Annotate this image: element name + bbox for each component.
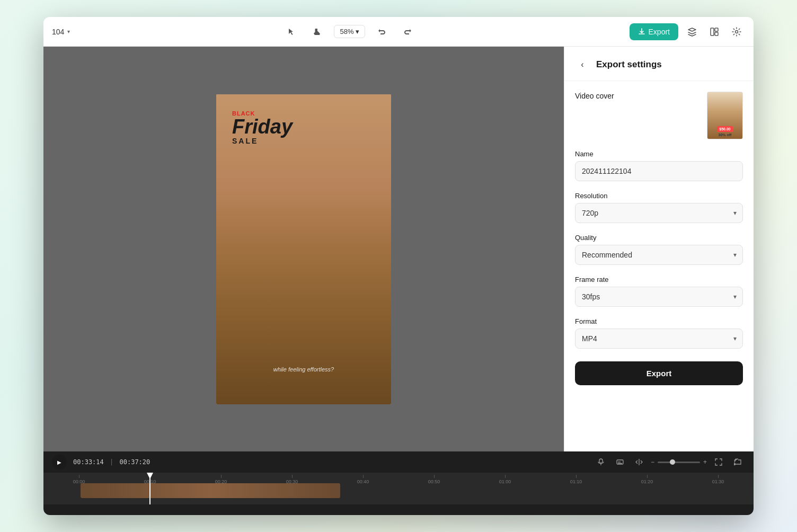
select-tool-button[interactable] [283,23,300,40]
toolbar-center: 58% ▾ [76,23,623,40]
video-cover-section: Video cover $50.00 30% off [575,92,743,139]
main-area: BLACK Friday SALE while feeling effortle… [43,47,754,451]
mic-button[interactable] [594,455,608,469]
playhead [149,473,150,504]
name-field-group: Name [575,150,743,181]
zoom-in-icon[interactable]: + [703,458,707,466]
quality-field-group: Quality Recommended High Medium Low ▾ [575,234,743,265]
video-subtitle: while feeling effortless? [216,366,391,373]
zoom-thumb [670,459,675,465]
timeline-controls: ▶ 00:33:14 | 00:37:20 − [43,451,754,473]
timeline-tools: − + [594,455,745,469]
svg-rect-0 [711,28,714,36]
zoom-chevron-icon: ▾ [356,28,359,36]
cover-discount: 30% off [719,133,732,137]
redo-button[interactable] [399,23,416,40]
zoom-selector[interactable]: 58% ▾ [334,25,365,38]
panel-header: ‹ Export settings [564,47,754,81]
video-cover-left: Video cover [575,92,614,105]
captions-button[interactable] [613,455,627,469]
export-action-button[interactable]: Export [575,361,743,385]
undo-button[interactable] [374,23,391,40]
resolution-select[interactable]: 720p 1080p 480p 4K [575,203,743,223]
export-button-label: Export [649,28,670,36]
frame-rate-select[interactable]: 30fps 24fps 60fps [575,287,743,307]
layout-button[interactable] [706,23,723,40]
back-button[interactable]: ‹ [575,57,590,72]
current-time: 00:33:14 | 00:37:20 [73,458,150,466]
format-field-group: Format MP4 MOV GIF WebM ▾ [575,317,743,349]
export-settings-panel: ‹ Export settings Video cover $50.00 30%… [564,47,754,451]
video-cover-label: Video cover [575,92,614,100]
project-name: 104 [52,28,64,36]
cover-price: $50.00 [717,126,732,132]
panel-title: Export settings [596,59,662,70]
format-select[interactable]: MP4 MOV GIF WebM [575,329,743,349]
sale-label: SALE [232,137,375,145]
ruler-mark-7: 01:10 [541,475,612,484]
quality-select-wrapper: Recommended High Medium Low ▾ [575,245,743,265]
time-separator: | [110,458,117,466]
timeline-zoom-slider: − + [651,458,707,466]
name-input[interactable] [575,161,743,181]
toolbar-left: 104 ▾ [52,28,70,36]
video-preview: BLACK Friday SALE while feeling effortle… [216,94,391,404]
video-title: BLACK Friday SALE [232,110,375,145]
name-label: Name [575,150,743,158]
cover-thumb-inner: $50.00 30% off [707,92,742,139]
quality-label: Quality [575,234,743,242]
cast-button[interactable] [730,455,745,469]
resolution-field-group: Resolution 720p 1080p 480p 4K ▾ [575,192,743,223]
ruler-mark-6: 01:00 [470,475,541,484]
settings-button[interactable] [728,23,745,40]
svg-rect-1 [715,28,718,31]
timeline: ▶ 00:33:14 | 00:37:20 − [43,451,754,515]
video-preview-inner: BLACK Friday SALE while feeling effortle… [216,94,391,404]
format-select-wrapper: MP4 MOV GIF WebM ▾ [575,329,743,349]
fullscreen-button[interactable] [711,455,726,469]
friday-label: Friday [232,117,375,137]
play-button[interactable]: ▶ [52,455,67,469]
svg-rect-2 [715,32,718,36]
quality-select[interactable]: Recommended High Medium Low [575,245,743,265]
export-button[interactable]: Export [630,23,678,40]
ruler-mark-8: 01:20 [612,475,683,484]
resolution-select-wrapper: 720p 1080p 480p 4K ▾ [575,203,743,223]
frame-rate-field-group: Frame rate 30fps 24fps 60fps ▾ [575,276,743,307]
timeline-clip[interactable] [81,483,340,498]
project-chevron-icon[interactable]: ▾ [67,29,70,34]
toolbar-right: Export [630,23,745,40]
hand-tool-button[interactable] [308,23,325,40]
layers-button[interactable] [684,23,701,40]
frame-rate-label: Frame rate [575,276,743,283]
ruler-mark-5: 00:50 [398,475,470,484]
split-button[interactable] [632,455,647,469]
zoom-track[interactable] [658,462,700,463]
panel-content: Video cover $50.00 30% off Name [564,81,754,396]
timeline-ruler: 00:00 00:10 00:20 00:30 00:40 00:50 01:0… [43,473,754,504]
toolbar: 104 ▾ 58% ▾ Export [43,17,754,47]
frame-rate-select-wrapper: 30fps 24fps 60fps ▾ [575,287,743,307]
resolution-label: Resolution [575,192,743,200]
svg-rect-5 [599,459,603,463]
zoom-level: 58% [340,28,353,36]
zoom-out-icon[interactable]: − [651,458,654,466]
format-label: Format [575,317,743,325]
canvas-area: BLACK Friday SALE while feeling effortle… [43,47,564,451]
video-cover-thumbnail[interactable]: $50.00 30% off [707,92,743,139]
svg-point-3 [736,30,738,33]
ruler-mark-9: 01:30 [683,475,754,484]
